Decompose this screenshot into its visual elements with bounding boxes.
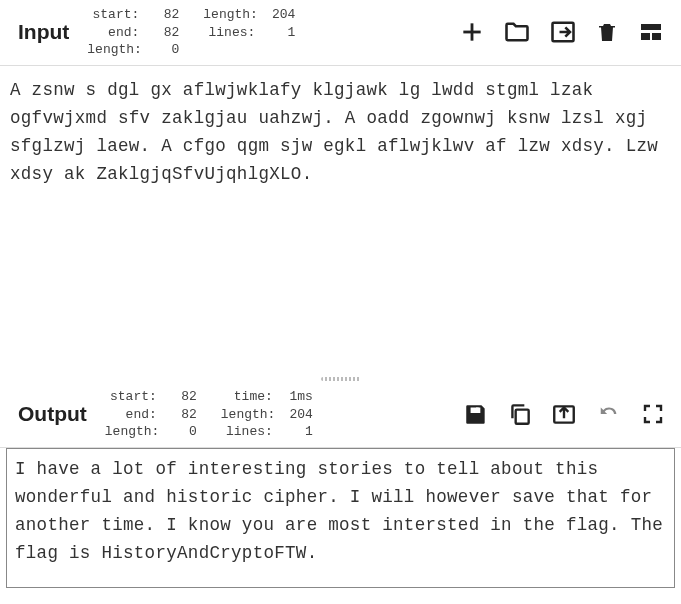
add-icon[interactable] [459,19,485,45]
stat-value: 0 [161,423,197,441]
svg-rect-6 [476,408,479,412]
stat-label: end: [105,406,161,424]
stat-label: start: [105,388,161,406]
stat-label: length: [221,406,277,424]
resizer-handle-icon [321,377,361,381]
stat-value: 82 [161,388,197,406]
stat-value: 1 [259,24,295,42]
layout-icon[interactable] [637,20,665,44]
import-icon[interactable] [549,18,577,46]
stat-label: length: [203,6,259,24]
stat-label: time: [221,388,277,406]
output-panel: Output start:82 end:82 length:0 time:1ms… [0,382,681,594]
stat-value: 1ms [277,388,313,406]
copy-icon[interactable] [507,401,533,427]
input-stats: start:82 end:82 length:0 length:204 line… [87,6,295,59]
stat-label: start: [87,6,143,24]
svg-rect-3 [641,24,661,30]
svg-rect-7 [516,410,529,424]
stat-value: 204 [277,406,313,424]
stat-label: length: [87,41,143,59]
stat-value: 82 [161,406,197,424]
stat-value: 0 [143,41,179,59]
stat-label: lines: [221,423,277,441]
input-toolbar [459,18,671,46]
input-panel: Input start:82 end:82 length:0 length:20… [0,0,681,375]
stat-label: length: [105,423,161,441]
output-stats: start:82 end:82 length:0 time:1ms length… [105,388,313,441]
stat-value: 82 [143,6,179,24]
input-header: Input start:82 end:82 length:0 length:20… [0,0,681,66]
stat-label: lines: [203,24,259,42]
fullscreen-icon[interactable] [641,402,665,426]
stat-value: 204 [259,6,295,24]
output-toolbar [463,401,671,427]
input-textarea[interactable]: A zsnw s dgl gx aflwjwklafy klgjawk lg l… [0,66,681,375]
output-header: Output start:82 end:82 length:0 time:1ms… [0,382,681,448]
output-title: Output [10,402,105,426]
undo-icon[interactable] [595,403,623,425]
export-icon[interactable] [551,401,577,427]
input-title: Input [10,20,87,44]
svg-rect-5 [652,33,661,40]
stat-label: end: [87,24,143,42]
stat-value: 1 [277,423,313,441]
folder-icon[interactable] [503,18,531,46]
output-text: I have a lot of interesting stories to t… [6,448,675,588]
stat-value: 82 [143,24,179,42]
svg-rect-4 [641,33,650,40]
trash-icon[interactable] [595,19,619,45]
save-icon[interactable] [463,401,489,427]
panel-resizer[interactable] [0,375,681,382]
